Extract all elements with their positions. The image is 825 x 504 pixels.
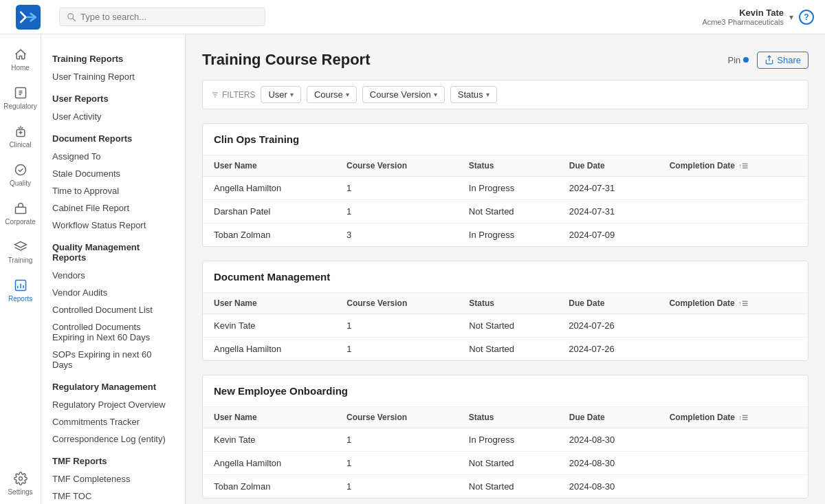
nav-label-regulatory: Regulatory [3, 102, 36, 110]
settings-icon [13, 471, 28, 486]
sidebar-section-title: Regulatory Management [41, 373, 185, 396]
search-input[interactable] [80, 12, 218, 22]
filters-label: FILTERS [211, 90, 255, 100]
reports-icon [13, 278, 28, 293]
table-cell: Angella Hamilton [203, 452, 336, 475]
chevron-down-icon: ▾ [290, 91, 294, 98]
table-row: Angella Hamilton1Not Started2024-07-26 [203, 338, 808, 361]
column-header[interactable]: Course Version [336, 293, 458, 314]
table-cell [658, 314, 808, 338]
nav-item-quality[interactable]: Quality [0, 155, 41, 194]
table-cell [659, 475, 808, 498]
filter-dropdown[interactable]: Course Version ▾ [362, 86, 445, 103]
table-cell: 2024-07-31 [558, 200, 659, 223]
pin-button[interactable]: Pin [728, 55, 749, 65]
sidebar-item[interactable]: Workflow Status Report [41, 217, 185, 234]
table-cell: Not Started [458, 314, 558, 338]
sidebar-section-title: Quality Management Reports [41, 234, 185, 267]
nav-label-home: Home [11, 64, 30, 72]
user-menu[interactable]: Kevin Tate Acme3 Pharmaceuticals ▾ ? [702, 8, 814, 26]
filter-dropdown[interactable]: User ▾ [261, 86, 300, 103]
main-content: Training Course Report Pin Share FILTERS… [186, 34, 825, 504]
column-header[interactable]: Course Version [336, 155, 458, 177]
sidebar-item[interactable]: Vendor Audits [41, 284, 185, 301]
home-icon [13, 47, 28, 62]
table-cell: 1 [336, 452, 458, 475]
chevron-down-icon: ▾ [789, 12, 793, 22]
column-header[interactable]: Status [458, 293, 558, 314]
share-label: Share [777, 55, 801, 65]
sections-container: Clin Ops TrainingUser NameCourse Version… [202, 123, 808, 504]
filter-dropdown[interactable]: Course ▾ [307, 86, 357, 103]
column-header[interactable]: Completion Date ↑☰ [659, 407, 808, 428]
sidebar-item[interactable]: Vendors [41, 267, 185, 284]
search-icon [67, 12, 76, 22]
column-header[interactable]: Status [458, 155, 558, 177]
sidebar-item[interactable]: User Training Report [41, 68, 185, 85]
nav-item-reports[interactable]: Reports [0, 271, 41, 309]
svg-point-5 [15, 165, 25, 175]
column-header[interactable]: Course Version [336, 407, 458, 428]
column-header[interactable]: Due Date [558, 407, 659, 428]
nav-label-corporate: Corporate [5, 218, 35, 226]
sidebar-section-title: User Reports [41, 85, 185, 108]
column-header[interactable]: User Name [203, 293, 336, 314]
nav-item-home[interactable]: Home [0, 40, 41, 78]
table-cell: 2024-07-26 [558, 338, 658, 361]
nav-item-training[interactable]: Training [0, 232, 41, 271]
table-cell [659, 177, 808, 200]
svg-rect-6 [15, 207, 25, 213]
table-cell: 2024-07-26 [558, 314, 658, 338]
nav-label-quality: Quality [10, 179, 31, 187]
table-row: Kevin Tate1In Progress2024-08-30 [203, 428, 808, 452]
nav-item-corporate[interactable]: Corporate [0, 194, 41, 232]
training-icon [13, 239, 28, 254]
sidebar-item[interactable]: SOPs Expiring in next 60 Days [41, 346, 185, 373]
column-header[interactable]: Completion Date ↑☰ [658, 293, 808, 314]
sidebar-item[interactable]: Commitments Tracker [41, 413, 185, 430]
table-cell: Not Started [458, 475, 558, 498]
chevron-down-icon: ▾ [486, 91, 490, 98]
sidebar-item[interactable]: Controlled Documents Expiring in Next 60… [41, 318, 185, 346]
nav-item-regulatory[interactable]: Regulatory [0, 78, 41, 117]
sidebar-item[interactable]: Regulatory Project Overview [41, 396, 185, 413]
sidebar-item[interactable]: User Activity [41, 108, 185, 125]
table-cell: Toban Zolman [203, 223, 336, 247]
column-header[interactable]: Status [458, 407, 558, 428]
sidebar-item[interactable]: Time to Approval [41, 182, 185, 199]
sidebar-item[interactable]: Correspondence Log (entity) [41, 430, 185, 448]
column-header[interactable]: Completion Date ↑☰ [659, 155, 808, 177]
filter-dropdown[interactable]: Status ▾ [450, 86, 497, 103]
sidebar-item[interactable]: Controlled Document List [41, 301, 185, 318]
table-cell: Not Started [458, 452, 558, 475]
table-cell: 2024-08-30 [558, 452, 659, 475]
table-cell: 1 [336, 338, 458, 361]
filter-dropdown-label: Status [458, 89, 483, 100]
table-cell: 1 [336, 200, 458, 223]
sidebar-item[interactable]: TMF TOC [41, 487, 185, 504]
table-cell: 2024-07-31 [558, 177, 659, 200]
sidebar-item[interactable]: Cabinet File Report [41, 199, 185, 217]
table-row: Toban Zolman3In Progress2024-07-09 [203, 223, 808, 247]
logo [11, 5, 45, 30]
column-header[interactable]: User Name [203, 155, 336, 177]
table-cell: Angella Hamilton [203, 177, 336, 200]
nav-item-clinical[interactable]: Clinical [0, 117, 41, 155]
table-cell: Kevin Tate [203, 428, 336, 452]
svg-point-8 [19, 477, 22, 481]
sort-icon: ↑☰ [738, 300, 748, 307]
column-header[interactable]: Due Date [558, 293, 658, 314]
sort-icon: ↑☰ [738, 414, 748, 421]
column-header[interactable]: Due Date [558, 155, 659, 177]
help-icon[interactable]: ? [799, 10, 814, 25]
user-info: Kevin Tate Acme3 Pharmaceuticals [702, 8, 784, 26]
column-header[interactable]: User Name [203, 407, 336, 428]
nav-item-settings[interactable]: Settings [0, 464, 41, 504]
table-cell: 2024-08-30 [558, 428, 659, 452]
share-button[interactable]: Share [757, 52, 808, 69]
table-cell [659, 452, 808, 475]
sidebar-item[interactable]: TMF Completeness [41, 470, 185, 487]
sidebar-item[interactable]: Assigned To [41, 148, 185, 165]
table-cell: In Progress [458, 177, 558, 200]
sidebar-item[interactable]: Stale Documents [41, 165, 185, 182]
